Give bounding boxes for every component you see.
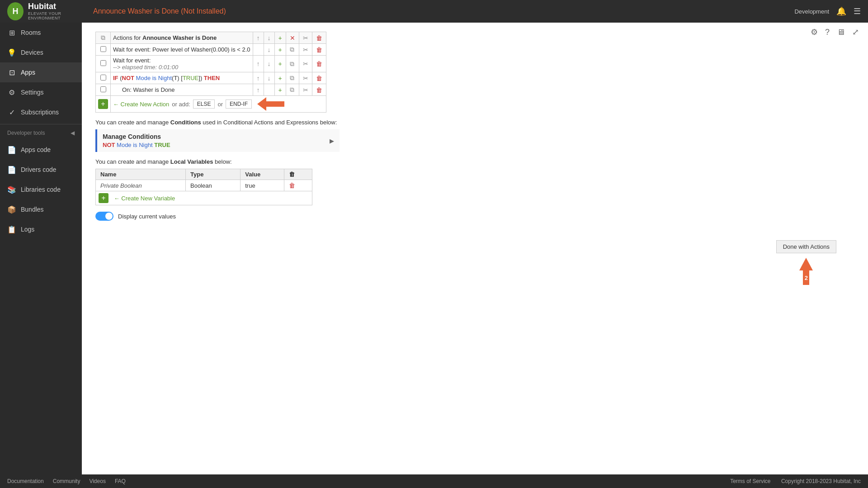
cut-header-icon[interactable]: ✂ — [302, 34, 310, 42]
row1-down: ↓ — [264, 44, 274, 56]
row3-add-icon[interactable]: + — [277, 74, 283, 82]
sidebar-item-settings[interactable]: ⚙ Settings — [0, 82, 82, 102]
row3-up-icon[interactable]: ↑ — [255, 74, 261, 82]
row2-cut-icon[interactable]: ✂ — [302, 60, 310, 68]
row4-add-icon[interactable]: + — [277, 86, 283, 94]
row3-cut: ✂ — [299, 72, 312, 84]
row2-copy-icon[interactable]: ⧉ — [288, 60, 296, 68]
row3-delete-icon[interactable]: 🗑 — [315, 74, 324, 82]
move-down-header-icon[interactable]: ↓ — [266, 34, 272, 42]
settings-icon[interactable]: ⚙ — [811, 27, 818, 37]
footer-documentation[interactable]: Documentation — [7, 478, 44, 484]
menu-icon[interactable]: ☰ — [854, 6, 861, 16]
arrow-head — [257, 97, 266, 111]
row1-add-icon[interactable]: + — [277, 46, 283, 54]
monitor-icon[interactable]: 🖥 — [837, 27, 845, 37]
libraries-code-icon: 📚 — [7, 185, 16, 194]
row2-cut: ✂ — [299, 56, 312, 72]
sidebar-label-drivers-code: Drivers code — [21, 166, 57, 173]
footer: Documentation Community Videos FAQ Terms… — [0, 474, 868, 488]
row3-down-icon[interactable]: ↓ — [266, 74, 272, 82]
row4-checkbox[interactable] — [100, 86, 106, 92]
expand-icon[interactable]: ⤢ — [852, 27, 859, 37]
notification-icon[interactable]: 🔔 — [836, 6, 846, 16]
row1-checkbox[interactable] — [100, 46, 106, 52]
arrow-number: 2 — [805, 275, 808, 281]
header-down-cell: ↓ — [264, 32, 274, 44]
add-variable-button[interactable]: + — [99, 193, 108, 203]
row3-checkbox[interactable] — [100, 75, 106, 81]
add-btn-cell: + — [96, 96, 111, 113]
done-btn-area: Done with Actions 2 — [776, 240, 836, 285]
sidebar-item-apps[interactable]: ⊡ Apps — [0, 62, 82, 82]
row3-copy-icon[interactable]: ⧉ — [288, 74, 296, 82]
add-action-button[interactable]: + — [98, 99, 108, 109]
close-header-icon[interactable]: ✕ — [288, 34, 297, 42]
row3-down: ↓ — [264, 72, 274, 84]
row1-cut-icon[interactable]: ✂ — [302, 46, 310, 54]
footer-videos[interactable]: Videos — [89, 478, 105, 484]
dev-tools-collapse-icon[interactable]: ◀ — [71, 130, 75, 136]
else-button[interactable]: ELSE — [193, 99, 215, 109]
row1-copy-icon[interactable]: ⧉ — [288, 45, 296, 54]
var-add-cell: + ← Create New Variable — [96, 191, 312, 205]
page-header-title: Announce Washer is Done (Not Installed) — [93, 7, 794, 15]
sidebar-item-subscriptions[interactable]: ✓ Subscriptions — [0, 102, 82, 122]
copy-all-icon[interactable]: ⧉ — [99, 33, 107, 42]
end-if-button[interactable]: END-IF — [226, 99, 252, 109]
row1-add: + — [274, 44, 286, 56]
terms-of-service-link[interactable]: Terms of Service — [730, 478, 770, 484]
footer-community[interactable]: Community — [53, 478, 80, 484]
row2-delete-icon[interactable]: 🗑 — [315, 60, 324, 68]
local-vars-keyword: Local Variables — [170, 158, 213, 165]
sidebar-label-devices: Devices — [21, 49, 43, 56]
row3-cut-icon[interactable]: ✂ — [302, 74, 310, 82]
sidebar-item-logs[interactable]: 📋 Logs — [0, 219, 82, 239]
row4-cut-icon[interactable]: ✂ — [302, 86, 310, 94]
add-header-icon[interactable]: + — [277, 34, 283, 42]
actions-table: ⧉ Actions for Announce Washer is Done ↑ … — [95, 32, 326, 113]
delete-header-icon[interactable]: 🗑 — [315, 34, 324, 42]
row1-down-icon[interactable]: ↓ — [266, 46, 272, 54]
row2-add-icon[interactable]: + — [277, 60, 283, 68]
row2-up-icon[interactable]: ↑ — [255, 60, 261, 68]
done-with-actions-button[interactable]: Done with Actions — [776, 240, 836, 253]
sidebar-item-bundles[interactable]: 📦 Bundles — [0, 199, 82, 219]
action-row-1: Wait for event: Power level of Washer(0.… — [96, 44, 326, 56]
row2-down-icon[interactable]: ↓ — [266, 60, 272, 68]
row2-checkbox[interactable] — [100, 60, 106, 66]
sidebar-item-libraries-code[interactable]: 📚 Libraries code — [0, 180, 82, 199]
footer-faq[interactable]: FAQ — [115, 478, 126, 484]
variables-table: Name Type Value 🗑 Private Boolean Boolea… — [95, 169, 312, 205]
conditions-expand-icon[interactable]: ▶ — [330, 137, 334, 144]
row1-copy: ⧉ — [286, 44, 299, 56]
display-values-toggle[interactable] — [95, 212, 113, 221]
header-close-cell: ✕ — [286, 32, 299, 44]
action-row-4: On: Washer is Done ↑ + ⧉ ✂ 🗑 — [96, 84, 326, 96]
col-type-header: Type — [185, 169, 240, 180]
conditions-intro-text: You can create and manage Conditions use… — [95, 119, 854, 126]
sidebar-item-apps-code[interactable]: 📄 Apps code — [0, 140, 82, 160]
sidebar-item-rooms[interactable]: ⊞ Rooms — [0, 23, 82, 43]
variable-row-1: Private Boolean Boolean true 🗑 — [96, 180, 312, 191]
sidebar-item-devices[interactable]: 💡 Devices — [0, 43, 82, 62]
row1-cut: ✂ — [299, 44, 312, 56]
row4-copy: ⧉ — [286, 84, 299, 96]
conditions-box[interactable]: Manage Conditions NOT Mode is Night TRUE… — [95, 129, 340, 152]
create-new-action-link[interactable]: ← Create New Action — [113, 101, 169, 108]
row2-copy: ⧉ — [286, 56, 299, 72]
help-icon[interactable]: ? — [825, 27, 830, 37]
create-new-variable-link[interactable]: ← Create New Variable — [114, 195, 175, 202]
toggle-label: Display current values — [118, 213, 176, 220]
var-delete-icon[interactable]: 🗑 — [289, 182, 295, 189]
row3-copy: ⧉ — [286, 72, 299, 84]
footer-right: Terms of Service Copyright 2018-2023 Hub… — [730, 478, 861, 484]
row4-copy-icon[interactable]: ⧉ — [288, 85, 296, 94]
row3-add: + — [274, 72, 286, 84]
move-up-header-icon[interactable]: ↑ — [255, 34, 261, 42]
row1-delete-icon[interactable]: 🗑 — [315, 46, 324, 54]
row4-up-icon[interactable]: ↑ — [255, 86, 261, 94]
row4-delete-icon[interactable]: 🗑 — [315, 86, 324, 94]
conditions-not: NOT — [103, 142, 115, 148]
sidebar-item-drivers-code[interactable]: 📄 Drivers code — [0, 160, 82, 180]
